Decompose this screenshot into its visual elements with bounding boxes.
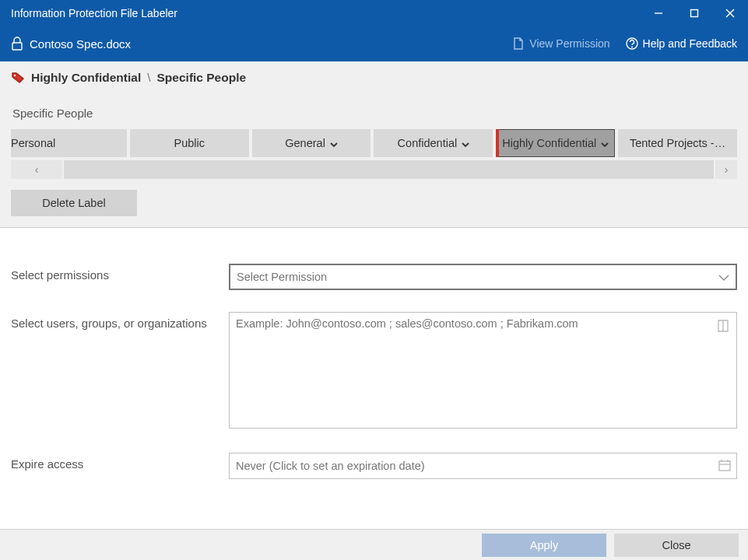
svg-rect-8 xyxy=(719,461,730,471)
window-title: Information Protection File Labeler xyxy=(11,7,177,19)
label-tab-highly-confidential[interactable]: Highly Confidential xyxy=(496,129,615,157)
expire-row: Expire access Never (Click to set an exp… xyxy=(11,453,737,479)
label-config-area: Highly Confidential \ Specific People Sp… xyxy=(0,61,748,227)
expire-input[interactable]: Never (Click to set an expiration date) xyxy=(229,453,737,479)
users-label: Select users, groups, or organizations xyxy=(11,312,229,330)
delete-label-button[interactable]: Delete Label xyxy=(11,190,137,216)
svg-rect-1 xyxy=(691,10,698,17)
expire-field: Never (Click to set an expiration date) xyxy=(229,453,737,479)
chevron-down-icon xyxy=(601,137,609,149)
label-tab-label: Highly Confidential xyxy=(502,137,596,149)
label-tab-public[interactable]: Public xyxy=(130,129,249,157)
filename: Contoso Spec.docx xyxy=(30,37,131,51)
view-permission-link[interactable]: View Permission xyxy=(512,37,609,50)
calendar-icon[interactable] xyxy=(718,459,731,474)
chevron-down-icon xyxy=(462,137,469,149)
help-feedback-label: Help and Feedback xyxy=(643,37,737,50)
permissions-form: Select permissions Select Permission Sel… xyxy=(0,227,748,529)
breadcrumb-level1: Highly Confidential xyxy=(31,71,141,85)
view-permission-label: View Permission xyxy=(529,37,609,50)
pager-right[interactable]: › xyxy=(715,160,737,179)
label-tab-confidential[interactable]: Confidential xyxy=(374,129,493,157)
sub-description: Specific People xyxy=(12,107,737,120)
svg-rect-4 xyxy=(12,43,22,50)
label-tabs-pager: ‹ › xyxy=(11,160,737,179)
help-icon xyxy=(626,37,638,50)
label-tab-label: Personal xyxy=(11,137,55,149)
close-icon xyxy=(725,9,735,18)
permissions-field: Select Permission xyxy=(229,264,737,290)
close-window-button[interactable] xyxy=(712,0,748,26)
label-tab-general[interactable]: General xyxy=(252,129,371,157)
label-tab-label: Confidential xyxy=(398,137,458,149)
toolbar-right: View Permission Help and Feedback xyxy=(512,37,737,50)
permissions-placeholder: Select Permission xyxy=(237,271,327,283)
label-tab-tented-projects[interactable]: Tented Projects -… xyxy=(618,129,737,157)
svg-point-6 xyxy=(631,47,632,47)
lock-icon xyxy=(11,37,23,51)
pager-left[interactable]: ‹ xyxy=(11,160,62,179)
users-field xyxy=(229,312,737,431)
minimize-button[interactable] xyxy=(641,0,676,26)
footer: Apply Close xyxy=(0,529,748,560)
tag-icon xyxy=(11,72,25,84)
toolbar: Contoso Spec.docx View Permission Help a… xyxy=(0,26,748,61)
breadcrumb-separator: \ xyxy=(147,71,150,85)
expire-placeholder: Never (Click to set an expiration date) xyxy=(236,460,425,472)
label-tab-label: Public xyxy=(174,137,205,149)
toolbar-left: Contoso Spec.docx xyxy=(11,37,504,51)
window-controls xyxy=(641,0,748,26)
permissions-row: Select permissions Select Permission xyxy=(11,264,737,290)
chevron-down-icon xyxy=(718,271,729,283)
permissions-label: Select permissions xyxy=(11,264,229,282)
maximize-icon xyxy=(690,9,699,18)
breadcrumb-level2: Specific People xyxy=(157,71,247,85)
document-icon xyxy=(512,37,525,50)
breadcrumb: Highly Confidential \ Specific People xyxy=(11,71,737,85)
address-book-icon[interactable] xyxy=(717,320,731,334)
users-row: Select users, groups, or organizations xyxy=(11,312,737,431)
svg-point-7 xyxy=(14,75,16,76)
users-input[interactable] xyxy=(229,312,737,429)
title-bar: Information Protection File Labeler xyxy=(0,0,748,26)
help-feedback-link[interactable]: Help and Feedback xyxy=(626,37,737,50)
permissions-select[interactable]: Select Permission xyxy=(229,264,737,290)
maximize-button[interactable] xyxy=(676,0,712,26)
label-tabs: Personal Public General Confidential Hig… xyxy=(11,129,737,157)
expire-label: Expire access xyxy=(11,453,229,471)
minimize-icon xyxy=(654,9,663,18)
chevron-down-icon xyxy=(330,137,338,149)
apply-button[interactable]: Apply xyxy=(482,534,606,557)
close-button[interactable]: Close xyxy=(614,534,739,557)
pager-track[interactable] xyxy=(64,160,714,179)
label-tab-label: General xyxy=(285,137,325,149)
label-tab-label: Tented Projects -… xyxy=(630,137,725,149)
label-tab-personal[interactable]: Personal xyxy=(11,129,127,157)
